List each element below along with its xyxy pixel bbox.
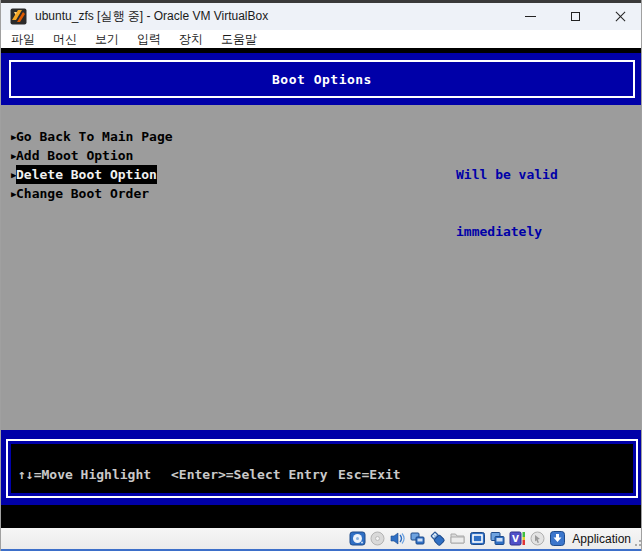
submenu-arrow-icon: ▶: [1, 128, 16, 147]
efi-info-text: Will be valid immediately: [456, 127, 558, 279]
vm-display[interactable]: Boot Options ▶Go Back To Main Page ▶Add …: [1, 48, 642, 528]
menu-bar: 파일 머신 보기 입력 장치 도움말: [1, 30, 642, 48]
window-controls: [508, 3, 642, 30]
window-title: ubuntu_zfs [실행 중] - Oracle VM VirtualBox: [35, 8, 268, 25]
recording-icon[interactable]: [489, 530, 506, 547]
close-button[interactable]: [598, 3, 642, 30]
help-esc-exit: Esc=Exit: [338, 467, 401, 482]
virtualbox-window: ubuntu_zfs [실행 중] - Oracle VM VirtualBox…: [0, 0, 642, 551]
maximize-icon: [571, 12, 580, 21]
network-icon[interactable]: [409, 530, 426, 547]
maximize-button[interactable]: [553, 3, 598, 30]
help-select-entry: <Enter>=Select Entry: [171, 467, 328, 482]
efi-menu-item-go-back[interactable]: ▶Go Back To Main Page: [1, 127, 173, 146]
efi-footer-band: ↑↓=Move Highlight <Enter>=Select Entry E…: [1, 430, 642, 505]
harddisk-icon[interactable]: [349, 530, 366, 547]
optical-disk-icon[interactable]: [369, 530, 386, 547]
svg-text:V: V: [512, 534, 519, 544]
submenu-arrow-icon: ▶: [1, 166, 16, 185]
menu-help[interactable]: 도움말: [212, 30, 266, 48]
submenu-arrow-icon: ▶: [1, 185, 16, 204]
menu-view[interactable]: 보기: [86, 30, 128, 48]
efi-help-box: ↑↓=Move Highlight <Enter>=Select Entry E…: [6, 439, 638, 498]
efi-body: ▶Go Back To Main Page ▶Add Boot Option ▶…: [1, 105, 642, 430]
minimize-button[interactable]: [508, 3, 553, 30]
efi-title-box: Boot Options: [9, 60, 635, 98]
virtualbox-logo-icon: [10, 8, 27, 25]
efi-help-bar: ↑↓=Move Highlight <Enter>=Select Entry E…: [11, 444, 633, 493]
features-icon[interactable]: V: [509, 530, 526, 547]
menu-machine[interactable]: 머신: [44, 30, 86, 48]
status-bar: V Application: [1, 528, 642, 551]
help-move-highlight: ↑↓=Move Highlight: [18, 467, 151, 482]
menu-file[interactable]: 파일: [1, 30, 44, 48]
host-key-label: Application: [572, 532, 631, 546]
menu-devices[interactable]: 장치: [170, 30, 212, 48]
submenu-arrow-icon: ▶: [1, 147, 16, 166]
efi-page-title: Boot Options: [272, 72, 372, 87]
efi-menu-item-add-boot-option[interactable]: ▶Add Boot Option: [1, 146, 173, 165]
shared-folders-icon[interactable]: [449, 530, 466, 547]
efi-menu-item-change-boot-order[interactable]: ▶Change Boot Order: [1, 184, 173, 203]
resize-grip[interactable]: [632, 537, 641, 546]
efi-menu-item-delete-boot-option[interactable]: ▶Delete Boot Option: [1, 165, 173, 184]
display-icon[interactable]: [469, 530, 486, 547]
audio-icon[interactable]: [389, 530, 406, 547]
efi-header-band: Boot Options: [1, 53, 642, 105]
usb-icon[interactable]: [429, 530, 446, 547]
minimize-icon: [525, 16, 536, 17]
title-bar: ubuntu_zfs [실행 중] - Oracle VM VirtualBox: [1, 3, 642, 30]
mouse-integration-icon[interactable]: [529, 530, 546, 547]
efi-menu-list: ▶Go Back To Main Page ▶Add Boot Option ▶…: [1, 127, 173, 203]
menu-input[interactable]: 입력: [128, 30, 170, 48]
keyboard-icon[interactable]: [549, 530, 566, 547]
close-icon: [615, 11, 626, 22]
vm-black-area: [1, 505, 642, 528]
